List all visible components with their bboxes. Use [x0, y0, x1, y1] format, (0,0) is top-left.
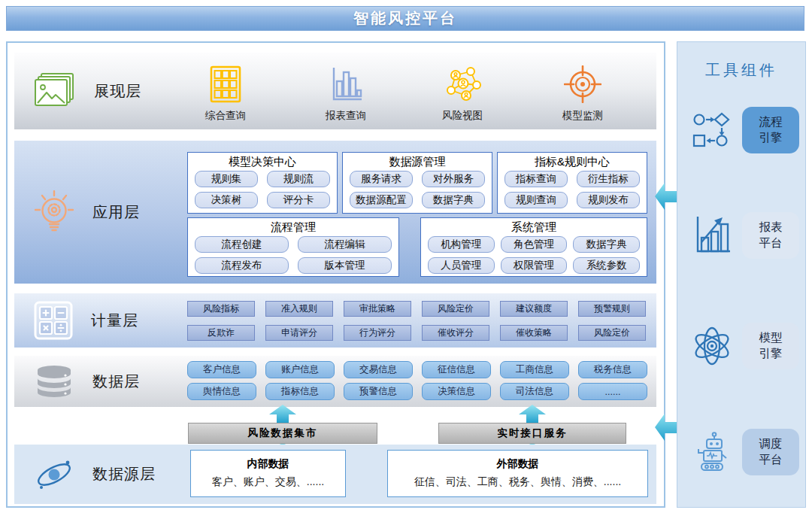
measurement-chip: 准入规则 [265, 301, 333, 317]
measurement-row-1: 风险指标准入规则审批策略风险定价建议额度预警规则 [187, 301, 646, 317]
tool-item-process-engine: 流程引擎 [689, 106, 799, 154]
measurement-layer-label: 计量层 [91, 311, 138, 331]
group-system-management: 系统管理 机构管理角色管理数据字典人员管理权限管理系统参数 [420, 217, 647, 277]
data-chip: 预警信息 [344, 383, 413, 400]
datasource-layer-label: 数据源层 [92, 464, 156, 484]
measurement-layer-band: 计量层 风险指标准入规则审批策略风险定价建议额度预警规则 反欺诈申请评分行为评分… [14, 293, 656, 348]
measurement-chip: 申请评分 [265, 325, 333, 341]
tool-label: 模型引擎 [742, 323, 799, 369]
tool-label: 报表平台 [742, 212, 799, 259]
pres-item-integrated-query: 综合查询 [177, 64, 274, 123]
presentation-layer-label: 展现层 [94, 81, 141, 102]
pres-item-risk-view: 风险视图 [414, 64, 511, 123]
datasource-layer-band: 数据源层 内部数据 客户、账户、交易、...... 外部数据 征信、司法、工商、… [14, 445, 656, 504]
architecture-panel: 展现层 综合查询 [6, 41, 665, 508]
app-chip: 衍生指标 [577, 171, 640, 187]
app-chip: 人员管理 [428, 257, 495, 274]
network-icon [414, 64, 511, 103]
bar-chart-icon [297, 64, 395, 103]
realtime-interface-service-box: 实时接口服务 [438, 423, 626, 444]
group-grid: 服务请求对外服务数据源配置数据字典 [350, 171, 485, 208]
measurement-layer-head: 计量层 [34, 301, 138, 340]
data-layer-label: 数据层 [92, 372, 140, 392]
internal-data-box: 内部数据 客户、账户、交易、...... [190, 450, 346, 497]
datasource-layer-head: 数据源层 [34, 454, 156, 495]
data-chip: 客户信息 [187, 361, 256, 378]
app-chip: 规则发布 [577, 192, 640, 208]
grid-icon [177, 64, 274, 103]
measurement-chip: 行为评分 [344, 325, 411, 341]
data-row-1: 客户信息账户信息交易信息征信信息工商信息税务信息 [187, 361, 647, 378]
app-chip: 服务请求 [350, 171, 413, 187]
group-indicator-rule-center: 指标&规则中心 指标查询衍生指标规则查询规则发布 [497, 152, 647, 214]
group-title: 数据源管理 [350, 154, 485, 169]
data-row-2: 舆情信息指标信息预警信息决策信息司法信息...... [187, 383, 647, 400]
measurement-chip: 催收策略 [500, 325, 568, 341]
app-chip: 规则查询 [504, 192, 568, 208]
risk-data-mart-box: 风险数据集市 [188, 423, 377, 444]
data-chip: 决策信息 [422, 383, 491, 400]
data-chip: 指标信息 [265, 383, 335, 400]
tool-item-model-engine: 模型引擎 [689, 322, 799, 370]
app-chip: 指标查询 [504, 171, 568, 187]
internal-data-desc: 客户、账户、交易、...... [191, 472, 345, 490]
data-chip: 司法信息 [500, 383, 569, 400]
application-layer-band: 应用层 模型决策中心 规则集规则流决策树评分卡 数据源管理 服务请求对外服务数据… [14, 141, 656, 284]
app-chip: 决策树 [195, 192, 258, 208]
presentation-layer-band: 展现层 综合查询 [14, 53, 656, 129]
measurement-chip: 风险定价 [422, 301, 489, 317]
pres-item-label: 风险视图 [414, 109, 511, 123]
galaxy-icon [34, 454, 74, 495]
database-icon [34, 364, 74, 399]
data-chip: 征信信息 [422, 361, 491, 378]
app-chip: 流程编辑 [298, 236, 392, 253]
measurement-chip: 审批策略 [344, 301, 411, 317]
left-arrow [655, 178, 677, 215]
pres-item-label: 模型监测 [534, 109, 632, 123]
app-chip: 规则集 [195, 171, 258, 187]
application-layer-label: 应用层 [92, 202, 140, 223]
app-chip: 流程创建 [195, 236, 289, 253]
group-grid: 机构管理角色管理数据字典人员管理权限管理系统参数 [428, 236, 640, 274]
presentation-layer-head: 展现层 [34, 72, 141, 110]
tool-label: 调度平台 [742, 429, 799, 475]
platform-title-banner: 智能风控平台 [6, 6, 804, 31]
measurement-chip: 风险指标 [187, 301, 255, 317]
idea-bulb-gear-icon [34, 190, 74, 234]
measurement-chip: 风险定价 [578, 325, 646, 341]
measurement-chip: 预警规则 [578, 301, 646, 317]
data-layer-head: 数据层 [34, 364, 140, 399]
application-layer-head: 应用层 [34, 190, 140, 234]
external-data-title: 外部数据 [388, 454, 647, 472]
atom-icon [689, 322, 735, 370]
left-arrow [655, 408, 677, 446]
group-title: 指标&规则中心 [504, 154, 640, 169]
internal-data-title: 内部数据 [191, 454, 345, 472]
app-chip: 版本管理 [298, 257, 392, 274]
data-chip: ...... [578, 383, 647, 400]
group-process-management: 流程管理 流程创建流程编辑流程发布版本管理 [187, 217, 399, 277]
group-title: 模型决策中心 [195, 154, 330, 169]
app-chip: 评分卡 [267, 192, 330, 208]
app-chip: 规则流 [267, 171, 330, 187]
app-chip: 权限管理 [501, 257, 568, 274]
data-layer-band: 数据层 客户信息账户信息交易信息征信信息工商信息税务信息 舆情信息指标信息预警信… [14, 356, 656, 407]
data-chip: 工商信息 [500, 361, 569, 378]
app-chip: 流程发布 [195, 257, 289, 274]
tool-label: 流程引擎 [742, 107, 799, 153]
pres-item-label: 综合查询 [177, 109, 274, 123]
robot-icon [689, 428, 735, 476]
group-grid: 流程创建流程编辑流程发布版本管理 [195, 236, 392, 274]
measurement-chip: 建议额度 [500, 301, 568, 317]
tool-components-sidebar: 工具组件 流程引擎 [677, 41, 806, 508]
app-chip: 数据字典 [573, 236, 640, 253]
group-model-decision-center: 模型决策中心 规则集规则流决策树评分卡 [187, 152, 338, 214]
data-chip: 税务信息 [578, 361, 647, 378]
up-arrow [269, 405, 296, 423]
pres-item-report-query: 报表查询 [297, 64, 395, 123]
pictures-icon [34, 72, 76, 110]
group-grid: 指标查询衍生指标规则查询规则发布 [504, 171, 640, 208]
tool-item-report-platform: 报表平台 [689, 211, 799, 260]
group-title: 系统管理 [428, 220, 640, 235]
sidebar-title: 工具组件 [677, 60, 805, 80]
